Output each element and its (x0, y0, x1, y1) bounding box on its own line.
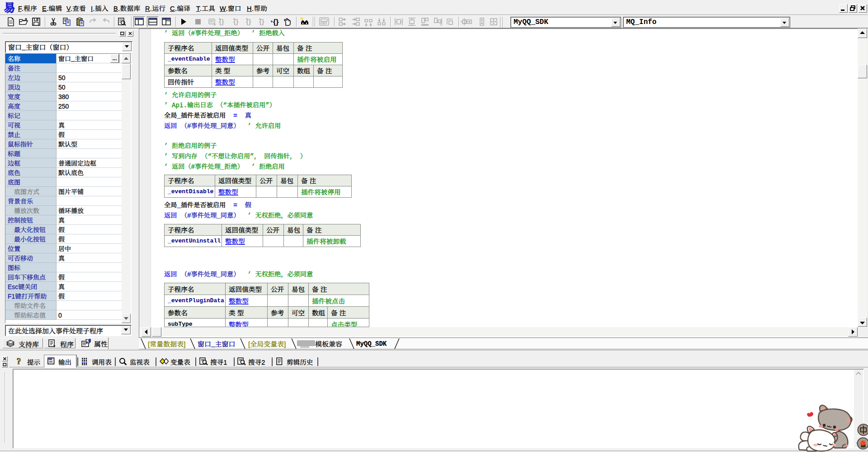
svg-text:易: 易 (4, 2, 15, 14)
svg-text:{}: {} (273, 18, 278, 26)
svg-text:?: ? (17, 357, 21, 366)
